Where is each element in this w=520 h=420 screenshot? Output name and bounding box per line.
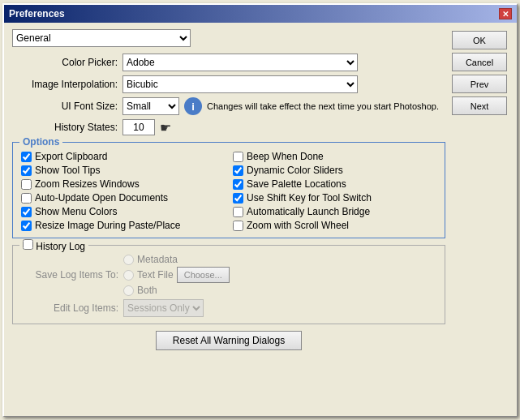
history-log-group: History Log Save Log Items To: Metadata: [12, 245, 445, 324]
radio-both-input[interactable]: [123, 285, 134, 296]
ok-button[interactable]: OK: [452, 31, 507, 49]
radio-metadata-label: Metadata: [137, 254, 178, 265]
options-legend: Options: [19, 136, 62, 148]
history-log-legend: History Log: [19, 239, 88, 252]
checkbox-dynamic-color-sliders: Dynamic Color Sliders: [233, 165, 436, 176]
main-area: General Color Picker: Adobe Image Interp…: [12, 29, 445, 350]
checkbox-show-menu-colors: Show Menu Colors: [21, 206, 225, 217]
cursor-hand: ☛: [160, 120, 171, 135]
checkbox-show-tool-tips: Show Tool Tips: [21, 165, 225, 176]
radio-metadata-input[interactable]: [123, 255, 134, 265]
prev-button[interactable]: Prev: [452, 75, 507, 93]
save-palette-locations-checkbox[interactable]: [233, 179, 243, 190]
auto-update-open-documents-checkbox[interactable]: [21, 193, 32, 204]
reset-row: Reset All Warning Dialogs: [12, 331, 445, 350]
show-tool-tips-label: Show Tool Tips: [35, 165, 101, 176]
color-picker-select[interactable]: Adobe: [122, 54, 358, 71]
color-picker-label: Color Picker:: [12, 57, 118, 68]
radio-text-file-label: Text File: [137, 269, 174, 281]
checkbox-auto-launch-bridge: Automatically Launch Bridge: [233, 206, 436, 217]
checkbox-zoom-scroll-wheel: Zoom with Scroll Wheel: [233, 220, 436, 231]
resize-image-paste-label: Resize Image During Paste/Place: [35, 220, 180, 231]
edit-log-select[interactable]: Sessions Only: [123, 299, 204, 317]
radio-both: Both: [123, 285, 230, 296]
zoom-resizes-windows-checkbox[interactable]: [21, 179, 32, 190]
radio-both-label: Both: [137, 285, 157, 296]
ui-font-size-select[interactable]: Small: [122, 97, 179, 115]
checkbox-use-shift-key: Use Shift Key for Tool Switch: [233, 192, 436, 204]
show-menu-colors-checkbox[interactable]: [21, 207, 32, 217]
checkbox-resize-image-paste: Resize Image During Paste/Place: [21, 220, 225, 231]
dynamic-color-sliders-checkbox[interactable]: [233, 165, 243, 176]
side-buttons: OK Cancel Prev Next: [452, 29, 509, 350]
export-clipboard-label: Export Clipboard: [35, 151, 107, 162]
history-states-input[interactable]: 10: [122, 119, 155, 135]
use-shift-key-checkbox[interactable]: [233, 193, 243, 204]
image-interpolation-label: Image Interpolation:: [12, 79, 118, 90]
radio-group: Metadata Text File Choose... Both: [123, 254, 230, 296]
form-grid: Color Picker: Adobe Image Interpolation:…: [12, 54, 445, 135]
title-bar: Preferences ✕: [4, 5, 517, 23]
show-tool-tips-checkbox[interactable]: [21, 165, 32, 176]
color-picker-row: Color Picker: Adobe: [12, 54, 445, 71]
radio-text-file-input[interactable]: [123, 270, 134, 281]
category-row: General: [12, 29, 445, 47]
dynamic-color-sliders-label: Dynamic Color Sliders: [247, 165, 343, 176]
reset-warnings-button[interactable]: Reset All Warning Dialogs: [156, 331, 302, 350]
edit-log-label: Edit Log Items:: [21, 302, 118, 314]
beep-when-done-label: Beep When Done: [247, 151, 324, 162]
save-log-label: Save Log Items To:: [21, 269, 118, 281]
checkbox-save-palette-locations: Save Palette Locations: [233, 178, 436, 190]
radio-metadata: Metadata: [123, 254, 230, 265]
choose-button[interactable]: Choose...: [177, 267, 230, 283]
checkbox-zoom-resizes-windows: Zoom Resizes Windows: [21, 178, 225, 190]
auto-update-open-documents-label: Auto-Update Open Documents: [35, 192, 168, 204]
zoom-resizes-windows-label: Zoom Resizes Windows: [35, 178, 140, 190]
beep-when-done-checkbox[interactable]: [233, 152, 243, 162]
checkbox-auto-update-open-documents: Auto-Update Open Documents: [21, 192, 225, 204]
next-button[interactable]: Next: [452, 96, 507, 115]
image-interpolation-select[interactable]: Bicubic: [122, 75, 358, 93]
ui-font-size-label: UI Font Size:: [12, 101, 118, 112]
options-group: Options Export Clipboard Beep When Done: [12, 142, 445, 238]
export-clipboard-checkbox[interactable]: [21, 152, 32, 162]
history-log-label: History Log: [36, 241, 85, 252]
image-interpolation-row: Image Interpolation: Bicubic: [12, 75, 445, 93]
info-text: Changes will take effect the next time y…: [207, 101, 439, 112]
checkbox-export-clipboard: Export Clipboard: [21, 151, 225, 162]
edit-log-row: Edit Log Items: Sessions Only: [21, 299, 436, 317]
close-button[interactable]: ✕: [499, 8, 512, 19]
use-shift-key-label: Use Shift Key for Tool Switch: [247, 192, 372, 204]
zoom-scroll-wheel-label: Zoom with Scroll Wheel: [247, 220, 349, 231]
auto-launch-bridge-label: Automatically Launch Bridge: [247, 206, 370, 217]
category-select[interactable]: General: [12, 29, 191, 47]
history-log-inner: Save Log Items To: Metadata Text File Ch…: [21, 254, 436, 317]
cancel-button[interactable]: Cancel: [452, 53, 507, 71]
save-log-row: Save Log Items To: Metadata Text File Ch…: [21, 254, 436, 296]
dialog-content: General Color Picker: Adobe Image Interp…: [4, 23, 517, 357]
ui-font-size-row: UI Font Size: Small i Changes will take …: [12, 97, 445, 115]
checkbox-beep-when-done: Beep When Done: [233, 151, 436, 162]
history-states-label: History States:: [12, 122, 118, 133]
show-menu-colors-label: Show Menu Colors: [35, 206, 117, 217]
radio-text-file: Text File Choose...: [123, 267, 230, 283]
zoom-scroll-wheel-checkbox[interactable]: [233, 221, 243, 231]
checkboxes-grid: Export Clipboard Beep When Done Show Too…: [21, 151, 436, 231]
history-states-row: History States: 10 ☛: [12, 119, 445, 135]
preferences-dialog: Preferences ✕ General Color Picker: Adob…: [2, 3, 518, 417]
history-log-checkbox[interactable]: [23, 239, 33, 250]
info-icon: i: [184, 97, 202, 115]
save-palette-locations-label: Save Palette Locations: [247, 178, 346, 190]
auto-launch-bridge-checkbox[interactable]: [233, 207, 243, 217]
resize-image-paste-checkbox[interactable]: [21, 221, 32, 231]
dialog-title: Preferences: [9, 8, 65, 19]
